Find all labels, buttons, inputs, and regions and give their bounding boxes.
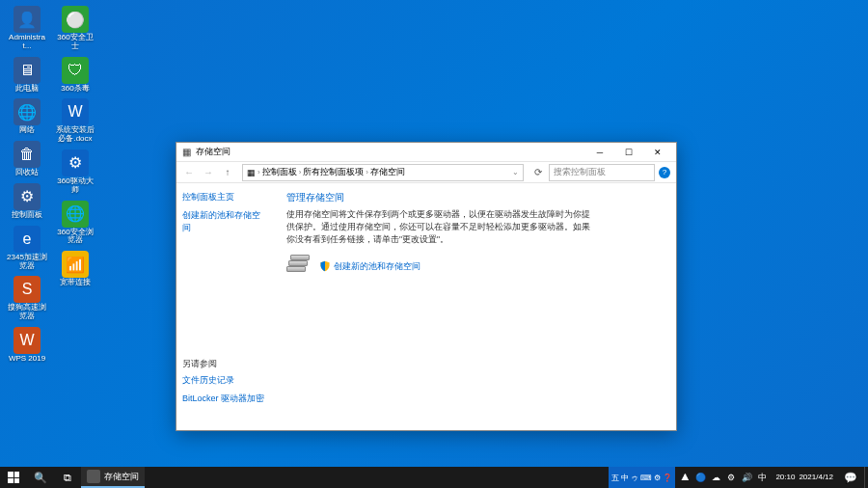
app-icon: ⚙ [62,149,89,176]
desktop-icon[interactable]: ⚙360驱动大师 [52,148,98,197]
sidebar-see-also-header: 另请参阅 [182,358,267,370]
icon-label: 网络 [19,126,35,135]
main-pane: 管理存储空间 使用存储空间将文件保存到两个或更多驱动器，以便在驱动器发生故障时为… [273,183,676,430]
app-icon: 🛡 [62,57,89,84]
app-icon: W [62,98,89,125]
create-pool-link[interactable]: 创建新的池和存储空间 [319,260,420,273]
close-button[interactable]: ✕ [643,144,672,161]
icon-label: 2345加速浏览器 [6,254,48,271]
search-placeholder: 搜索控制面板 [554,166,606,178]
icon-label: 360安全浏览器 [54,229,96,246]
icon-label: 回收站 [15,169,39,177]
ime-item[interactable]: ゥ [631,473,638,483]
show-desktop-button[interactable] [864,467,868,488]
tray-icon[interactable]: 🔵 [694,472,706,483]
minimize-button[interactable]: ─ [585,144,614,161]
icon-label: 系统安装后必备.docx [54,126,96,144]
create-pool-label: 创建新的池和存储空间 [334,260,420,273]
ime-item[interactable]: ⚙ [654,474,661,482]
ime-item[interactable]: 五 [611,473,619,483]
chevron-down-icon[interactable]: ⌄ [512,168,519,176]
desktop-icon[interactable]: e2345加速浏览器 [4,224,50,273]
crumb-0[interactable]: 控制面板 [262,166,297,178]
desktop-icon[interactable]: 📶宽带连接 [52,249,98,289]
tray-icon[interactable]: ⚙ [725,472,737,483]
page-description: 使用存储空间将文件保存到两个或更多驱动器，以便在驱动器发生故障时为你提供保护。通… [286,208,595,245]
ime-item[interactable]: ⌨ [640,474,652,482]
window-title: 存储空间 [196,146,585,158]
ime-item[interactable]: 中 [621,473,629,483]
search-input[interactable]: 搜索控制面板 [549,164,655,181]
taskbar: 🔍 ⧉ 存储空间 五中ゥ⌨⚙❓ ⯅🔵☁⚙🔊中 20:10 2021/4/12 💬 [0,467,868,488]
start-button[interactable] [0,467,27,488]
app-icon: ▦ [180,147,192,158]
refresh-button[interactable]: ⟳ [529,164,547,181]
clock[interactable]: 20:10 2021/4/12 [772,467,837,488]
app-icon: ⚪ [62,6,89,33]
control-panel-window: ▦ 存储空间 ─ ☐ ✕ ← → ↑ ▦ › 控制面板 › 所有控制面板项 › … [176,142,677,431]
desktop-icon[interactable]: 👤Administrat... [4,4,50,53]
desktop-icon[interactable]: S搜狗高速浏览器 [4,274,50,323]
app-icon: ⚙ [14,183,41,210]
sidebar-file-history[interactable]: 文件历史记录 [182,374,267,387]
crumb-1[interactable]: 所有控制面板项 [303,166,364,178]
titlebar: ▦ 存储空间 ─ ☐ ✕ [176,143,676,162]
system-tray: ⯅🔵☁⚙🔊中 [675,467,772,488]
app-icon: 🌐 [62,201,89,228]
app-icon: 📶 [62,251,89,278]
icon-label: 搜狗高速浏览器 [6,304,48,321]
crumb-2[interactable]: 存储空间 [370,166,405,178]
search-button[interactable]: 🔍 [27,467,54,488]
help-button[interactable]: ? [657,164,672,181]
up-button[interactable]: ↑ [219,164,236,181]
desktop-icon[interactable]: WWPS 2019 [4,325,50,366]
desktop-icon[interactable]: 🌐网络 [4,96,50,137]
icon-label: 360杀毒 [61,85,89,94]
sidebar: 控制面板主页 创建新的池和存储空间 另请参阅 文件历史记录 BitLocker … [176,183,273,430]
sidebar-bitlocker[interactable]: BitLocker 驱动器加密 [182,393,267,405]
desktop-icon[interactable]: W系统安装后必备.docx [52,96,98,146]
desktop-icon[interactable]: ⚙控制面板 [4,181,50,222]
tray-icon[interactable]: 中 [756,472,768,483]
shield-icon [319,260,331,272]
breadcrumb[interactable]: ▦ › 控制面板 › 所有控制面板项 › 存储空间 ⌄ [242,164,524,181]
desktop-icon[interactable]: ⚪360安全卫士 [52,4,98,53]
drives-icon [286,255,313,278]
desktop-icon[interactable]: 🗑回收站 [4,139,50,179]
icon-label: WPS 2019 [9,355,45,364]
task-view-button[interactable]: ⧉ [54,467,81,488]
tray-icon[interactable]: ⯅ [679,472,691,483]
address-bar: ← → ↑ ▦ › 控制面板 › 所有控制面板项 › 存储空间 ⌄ ⟳ 搜索控制… [176,162,676,183]
icon-label: 控制面板 [12,211,42,220]
back-button[interactable]: ← [180,164,198,181]
icon-label: 360驱动大师 [54,177,96,195]
icon-label: 宽带连接 [60,279,91,287]
desktop-icon[interactable]: 🌐360安全浏览器 [52,199,98,248]
icon-label: Administrat... [6,34,48,51]
tray-icon[interactable]: 🔊 [741,472,752,483]
tray-icon[interactable]: ☁ [710,472,721,483]
app-icon: 🖥 [14,57,41,84]
notifications-button[interactable]: 💬 [837,467,864,488]
desktop: 👤Administrat...🖥此电脑🌐网络🗑回收站⚙控制面板e2345加速浏览… [0,0,868,467]
app-icon: S [14,276,41,303]
crumb-root-icon: ▦ [247,168,256,177]
icon-label: 此电脑 [15,85,39,94]
taskbar-app-storage[interactable]: 存储空间 [81,467,145,488]
desktop-icon[interactable]: 🛡360杀毒 [52,55,98,95]
sidebar-home[interactable]: 控制面板主页 [182,191,267,203]
app-icon: W [14,327,41,354]
forward-button[interactable]: → [200,164,217,181]
icon-label: 360安全卫士 [54,34,96,51]
app-icon: 🌐 [14,98,41,125]
app-icon: e [14,226,41,253]
desktop-icon[interactable]: 🖥此电脑 [4,55,50,95]
maximize-button[interactable]: ☐ [614,144,643,161]
sidebar-create-pool[interactable]: 创建新的池和存储空间 [182,209,267,234]
app-icon: 👤 [14,6,41,33]
app-icon: 🗑 [14,141,41,168]
ime-toolbar[interactable]: 五中ゥ⌨⚙❓ [609,467,675,488]
ime-item[interactable]: ❓ [663,474,672,482]
page-title: 管理存储空间 [286,191,663,204]
